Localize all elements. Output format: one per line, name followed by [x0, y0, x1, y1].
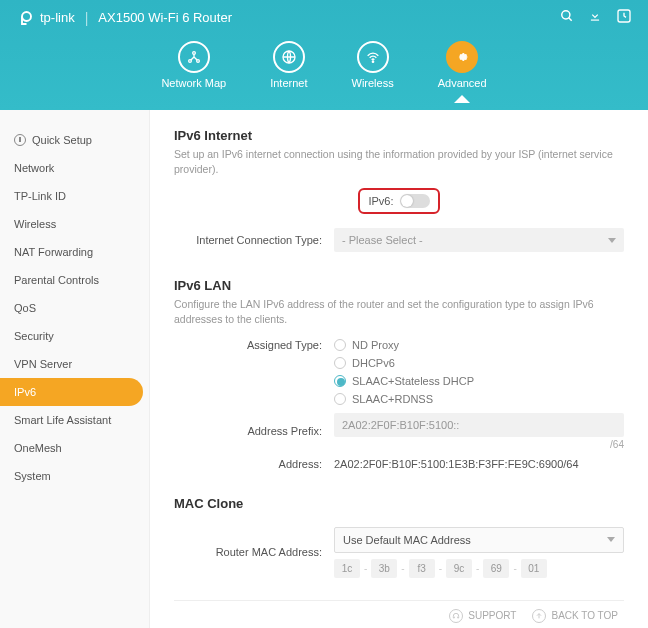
- mac-label: Router MAC Address:: [174, 546, 334, 558]
- search-icon[interactable]: [560, 9, 574, 26]
- section-title: IPv6 LAN: [174, 278, 624, 293]
- sidebar-item-qos[interactable]: QoS: [0, 294, 149, 322]
- address-value: 2A02:2F0F:B10F:5100:1E3B:F3FF:FE9C:6900/…: [334, 458, 624, 470]
- sidebar-item-network[interactable]: Network: [0, 154, 149, 182]
- mac-seg[interactable]: f3: [409, 559, 435, 578]
- brand-text: tp-link: [40, 10, 75, 25]
- radio-dhcpv6[interactable]: DHCPv6: [334, 357, 624, 369]
- divider: |: [85, 10, 89, 26]
- section-desc: Set up an IPv6 internet connection using…: [174, 147, 624, 176]
- sidebar-item-security[interactable]: Security: [0, 322, 149, 350]
- footer: SUPPORT BACK TO TOP: [174, 609, 624, 623]
- sidebar-item-system[interactable]: System: [0, 462, 149, 490]
- sidebar-item-nat[interactable]: NAT Forwarding: [0, 238, 149, 266]
- mac-seg[interactable]: 01: [521, 559, 547, 578]
- assigned-type-label: Assigned Type:: [174, 339, 334, 351]
- conn-type-label: Internet Connection Type:: [174, 234, 334, 246]
- sidebar-item-wireless[interactable]: Wireless: [0, 210, 149, 238]
- mac-select[interactable]: Use Default MAC Address: [334, 527, 624, 553]
- network-map-icon: [178, 41, 210, 73]
- tplink-logo-icon: [16, 9, 34, 27]
- gear-icon: [446, 41, 478, 73]
- clock-icon: [14, 134, 26, 146]
- content-area: IPv6 Internet Set up an IPv6 internet co…: [150, 110, 648, 628]
- address-label: Address:: [174, 458, 334, 470]
- section-ipv6-internet: IPv6 Internet Set up an IPv6 internet co…: [174, 128, 624, 252]
- svg-point-8: [372, 61, 373, 62]
- radio-slaac-stateless[interactable]: SLAAC+Stateless DHCP: [334, 375, 624, 387]
- download-icon[interactable]: [588, 9, 602, 26]
- mac-segments: 1c- 3b- f3- 9c- 69- 01: [334, 559, 624, 578]
- ipv6-toggle-highlight: IPv6:: [358, 188, 439, 214]
- mac-seg[interactable]: 69: [483, 559, 509, 578]
- radio-nd-proxy[interactable]: ND Proxy: [334, 339, 624, 351]
- sidebar-item-onemesh[interactable]: OneMesh: [0, 434, 149, 462]
- tab-network-map[interactable]: Network Map: [161, 41, 226, 89]
- tab-wireless[interactable]: Wireless: [352, 41, 394, 89]
- section-title: MAC Clone: [174, 496, 624, 511]
- sidebar-item-parental[interactable]: Parental Controls: [0, 266, 149, 294]
- sidebar: Quick Setup Network TP-Link ID Wireless …: [0, 110, 150, 628]
- chevron-down-icon: [607, 537, 615, 542]
- prefix-label: Address Prefix:: [174, 425, 334, 437]
- section-desc: Configure the LAN IPv6 address of the ro…: [174, 297, 624, 326]
- tab-internet[interactable]: Internet: [270, 41, 307, 89]
- support-button[interactable]: SUPPORT: [449, 609, 516, 623]
- sidebar-item-sla[interactable]: Smart Life Assistant: [0, 406, 149, 434]
- conn-type-select[interactable]: - Please Select -: [334, 228, 624, 252]
- header: tp-link | AX1500 Wi-Fi 6 Router Network …: [0, 0, 648, 110]
- svg-point-4: [192, 52, 195, 55]
- prefix-suffix: /64: [334, 439, 624, 450]
- arrow-up-icon: [532, 609, 546, 623]
- sidebar-item-ipv6[interactable]: IPv6: [0, 378, 143, 406]
- svg-rect-2: [591, 20, 599, 21]
- svg-point-1: [562, 11, 570, 19]
- sidebar-item-tplink-id[interactable]: TP-Link ID: [0, 182, 149, 210]
- brand-logo: tp-link: [16, 9, 75, 27]
- ipv6-toggle[interactable]: [400, 194, 430, 208]
- svg-point-0: [22, 12, 31, 21]
- product-name: AX1500 Wi-Fi 6 Router: [98, 10, 232, 25]
- sidebar-item-quick-setup[interactable]: Quick Setup: [0, 126, 149, 154]
- chevron-down-icon: [608, 238, 616, 243]
- radio-slaac-rdnss[interactable]: SLAAC+RDNSS: [334, 393, 624, 405]
- restart-icon[interactable]: [616, 8, 632, 27]
- globe-icon: [273, 41, 305, 73]
- sidebar-item-vpn[interactable]: VPN Server: [0, 350, 149, 378]
- ipv6-toggle-label: IPv6:: [368, 195, 393, 207]
- mac-seg[interactable]: 3b: [371, 559, 397, 578]
- section-title: IPv6 Internet: [174, 128, 624, 143]
- wifi-icon: [357, 41, 389, 73]
- back-to-top-button[interactable]: BACK TO TOP: [532, 609, 618, 623]
- section-mac-clone: MAC Clone Router MAC Address: Use Defaul…: [174, 496, 624, 601]
- mac-seg[interactable]: 9c: [446, 559, 472, 578]
- mac-seg[interactable]: 1c: [334, 559, 360, 578]
- tab-advanced[interactable]: Advanced: [438, 41, 487, 89]
- prefix-input[interactable]: 2A02:2F0F:B10F:5100::: [334, 413, 624, 437]
- section-ipv6-lan: IPv6 LAN Configure the LAN IPv6 address …: [174, 278, 624, 469]
- headset-icon: [449, 609, 463, 623]
